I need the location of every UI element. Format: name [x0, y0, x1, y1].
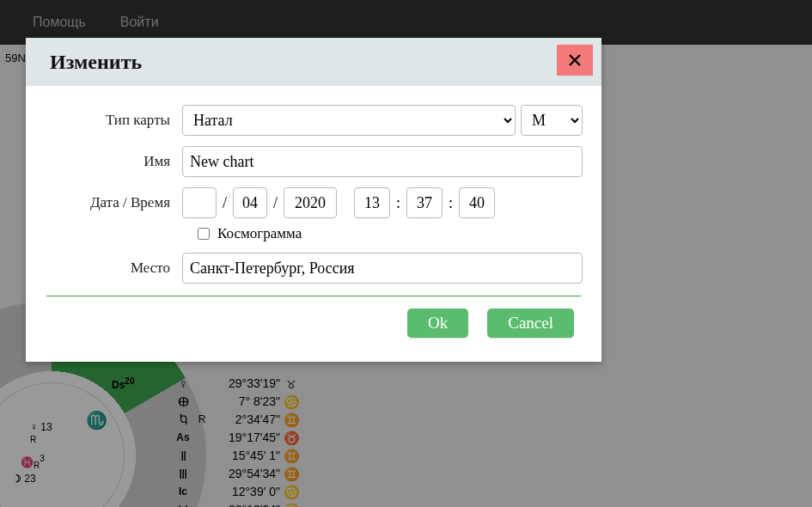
time-sep: :	[448, 194, 454, 212]
label-datetime: Дата / Время	[45, 194, 182, 211]
chart-type-select[interactable]: Натал	[182, 105, 516, 136]
date-sep: /	[272, 194, 278, 212]
cosmogram-label: Космограмма	[217, 225, 302, 242]
modal-header: Изменить	[26, 38, 601, 86]
close-button[interactable]	[557, 45, 593, 76]
divider	[46, 296, 581, 296]
label-name: Имя	[45, 153, 182, 170]
cancel-button[interactable]: Cancel	[487, 308, 574, 338]
ok-button[interactable]: Ok	[407, 308, 468, 338]
second-input[interactable]	[459, 187, 495, 218]
edit-modal: Изменить Тип карты Натал М Имя	[26, 38, 601, 362]
hour-input[interactable]	[354, 187, 390, 218]
name-input[interactable]	[182, 146, 583, 177]
month-input[interactable]	[233, 187, 267, 218]
label-chart-type: Тип карты	[45, 112, 182, 129]
gender-select[interactable]: М	[521, 105, 583, 136]
place-input[interactable]	[182, 253, 583, 284]
minute-input[interactable]	[406, 187, 443, 218]
close-icon	[567, 52, 583, 68]
label-place: Место	[45, 260, 182, 277]
cosmogram-checkbox[interactable]	[198, 228, 210, 240]
day-input[interactable]	[182, 187, 217, 218]
time-sep: :	[395, 194, 401, 212]
year-input[interactable]	[284, 187, 337, 218]
modal-title: Изменить	[50, 51, 142, 74]
date-sep: /	[222, 194, 228, 212]
